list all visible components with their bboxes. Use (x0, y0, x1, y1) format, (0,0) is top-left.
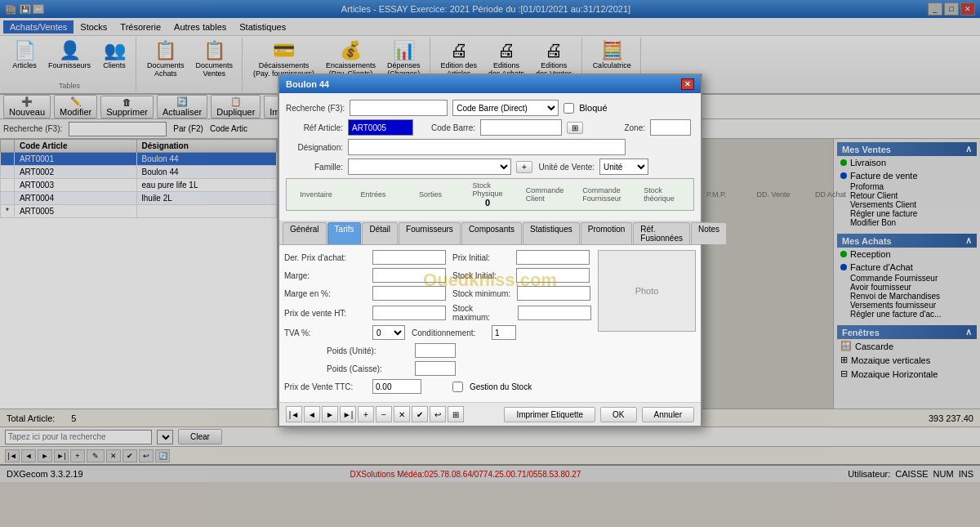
annuler-button[interactable]: Annuler (642, 407, 694, 422)
tva-select[interactable]: 0 (372, 325, 405, 340)
stock-theorique-col: Stockthéorique (635, 186, 684, 203)
marge-pct-row: Marge en %: Stock minimum: (284, 286, 591, 301)
imprimer-etiquette-button[interactable]: Imprimer Etiquette (504, 407, 595, 422)
poids-caisse-input[interactable] (415, 361, 456, 376)
stock-minimum-input[interactable] (517, 286, 590, 301)
code-barre-scan-button[interactable]: ⊞ (567, 122, 583, 134)
photo-label: Photo (635, 286, 659, 296)
dialog-next-btn[interactable]: ► (322, 406, 338, 422)
dialog-search-row: Recherche (F3): Code Barre (Direct) Bloq… (286, 100, 694, 116)
conditionnement-label: Conditionnement: (412, 328, 485, 337)
prix-vente-ttc-label: Prix de Vente TTC: (284, 382, 366, 391)
poids-unite-input[interactable] (415, 343, 456, 358)
tva-label: TVA %: (284, 328, 366, 337)
dialog-code-barre-select[interactable]: Code Barre (Direct) (452, 100, 559, 116)
boulon-dialog: Boulon 44 ✕ Recherche (F3): Code Barre (… (278, 74, 702, 427)
dd-vente-label: DD. Vente (756, 190, 790, 199)
conditionnement-input[interactable] (492, 325, 516, 340)
sorties-label: Sorties (419, 190, 442, 199)
famille-label: Famille: (286, 163, 343, 172)
dd-achat-label: DD Achat (815, 190, 846, 199)
dialog-undo-btn[interactable]: ↩ (430, 406, 446, 422)
dialog-copy-btn[interactable]: ⊞ (448, 406, 464, 422)
dialog-tab-content: Ouedkniss.com Der. Prix d'achat: Prix In… (279, 245, 701, 402)
marge-input[interactable] (372, 268, 446, 283)
stock-minimum-label: Stock minimum: (452, 289, 510, 298)
prix-vente-ht-label: Prix de vente HT: (284, 309, 366, 318)
tab-fournisseurs[interactable]: Fournisseurs (399, 222, 461, 244)
tab-detail[interactable]: Détail (362, 222, 398, 244)
tab-composants[interactable]: Composants (461, 222, 522, 244)
bloque-checkbox[interactable] (564, 103, 574, 114)
tab-promotion[interactable]: Promotion (581, 222, 633, 244)
dialog-action-buttons: Imprimer Etiquette OK Annuler (504, 407, 694, 422)
zone-label: Zone: (588, 123, 645, 132)
dialog-overlay: Boulon 44 ✕ Recherche (F3): Code Barre (… (0, 0, 980, 527)
dialog-prev-btn[interactable]: ◄ (304, 406, 320, 422)
poids-unite-label: Poids (Unité): (327, 346, 408, 355)
zone-input[interactable] (650, 119, 691, 136)
dialog-add-btn[interactable]: + (358, 406, 374, 422)
tab-statistiques[interactable]: Statistiques (523, 222, 580, 244)
dialog-ref-row: Réf Article: Code Barre: ⊞ Zone: (286, 119, 694, 136)
tarifs-left: Der. Prix d'achat: Prix Initial: Marge: … (284, 250, 591, 397)
poids-caisse-row: Poids (Caisse): (284, 361, 591, 376)
entrees-label: Entrées (360, 190, 385, 199)
dialog-tabs: Général Tarifs Détail Fournisseurs Compo… (279, 221, 701, 245)
marge-pct-label: Marge en %: (284, 289, 366, 298)
ok-button[interactable]: OK (600, 407, 636, 422)
ref-label: Réf Article: (286, 123, 343, 132)
inventaire-col: Inventaire (292, 190, 341, 199)
der-prix-row: Der. Prix d'achat: Prix Initial: (284, 250, 591, 265)
dialog-body: Recherche (F3): Code Barre (Direct) Bloq… (279, 93, 701, 221)
entrees-col: Entrées (349, 190, 398, 199)
photo-box: Photo (598, 250, 696, 332)
gestion-stock-checkbox[interactable] (452, 382, 463, 392)
ref-article-input[interactable] (348, 119, 413, 136)
prix-vente-ht-input[interactable] (372, 306, 446, 320)
stock-physique-col: StockPhysique 0 (463, 181, 512, 208)
sorties-col: Sorties (406, 190, 455, 199)
unite-select[interactable]: Unité (599, 159, 648, 175)
dialog-delete-btn[interactable]: ✕ (394, 406, 410, 422)
dialog-title: Boulon 44 (286, 79, 329, 89)
dialog-minus-btn[interactable]: − (376, 406, 392, 422)
stock-maximum-label: Stock maximum: (452, 304, 511, 322)
tab-tarifs[interactable]: Tarifs (327, 222, 362, 244)
famille-select[interactable] (348, 159, 511, 175)
tab-ref-fusionnees[interactable]: Réf. Fusionnées (633, 222, 690, 244)
tab-notes[interactable]: Notes (691, 222, 727, 244)
designation-label: Désignation: (286, 143, 343, 152)
commande-client-col: CommandeClient (520, 186, 569, 203)
gestion-stock-label: Gestion du Stock (470, 382, 532, 391)
dialog-nav-buttons: |◄ ◄ ► ►| + − ✕ ✔ ↩ ⊞ (286, 406, 464, 422)
tarifs-content: Der. Prix d'achat: Prix Initial: Marge: … (284, 250, 696, 397)
dialog-first-btn[interactable]: |◄ (286, 406, 302, 422)
dialog-close-button[interactable]: ✕ (681, 78, 694, 90)
stock-initial-input[interactable] (516, 268, 590, 283)
famille-add-button[interactable]: + (516, 161, 532, 173)
prix-initial-input[interactable] (516, 250, 590, 265)
pmp-label: P.M.P. (706, 190, 727, 199)
dialog-designation-row: Désignation: (286, 139, 694, 155)
photo-area: Photo (598, 250, 696, 397)
marge-pct-input[interactable] (372, 286, 446, 301)
code-barre-input[interactable] (480, 119, 562, 136)
stock-physique-label: StockPhysique (472, 181, 502, 198)
designation-input[interactable] (348, 139, 626, 155)
dd-vente-col: DD. Vente (749, 190, 798, 199)
dialog-last-btn[interactable]: ►| (340, 406, 356, 422)
commande-client-label: CommandeClient (526, 186, 564, 203)
dialog-search-input[interactable] (350, 100, 448, 116)
dialog-famille-row: Famille: + Unité de Vente: Unité (286, 159, 694, 175)
prix-vente-ttc-row: Prix de Vente TTC: Gestion du Stock (284, 379, 591, 394)
bloque-label: Bloqué (579, 103, 607, 113)
poids-caisse-label: Poids (Caisse): (327, 364, 408, 373)
commande-fournisseur-label: CommandeFournisseur (582, 186, 621, 203)
der-prix-input[interactable] (372, 250, 446, 265)
dd-achat-col: DD Achat (806, 190, 855, 199)
tab-general[interactable]: Général (283, 222, 327, 244)
dialog-save-btn[interactable]: ✔ (412, 406, 428, 422)
stock-maximum-input[interactable] (518, 306, 591, 320)
prix-vente-ttc-input[interactable] (372, 379, 421, 394)
